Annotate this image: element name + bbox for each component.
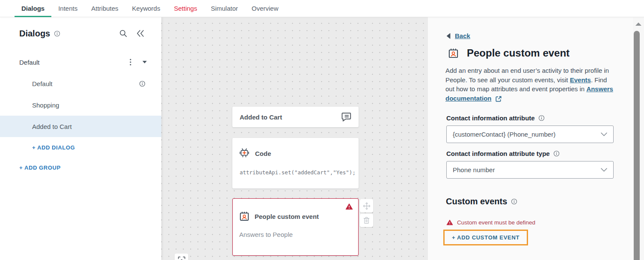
move-node-button[interactable] <box>360 199 373 212</box>
node-title: Code <box>255 150 271 157</box>
external-link-icon[interactable] <box>495 96 502 102</box>
caret-down-icon[interactable] <box>142 60 147 64</box>
events-link[interactable]: Events <box>570 76 591 84</box>
sidebar-item-label: Shopping <box>32 102 59 109</box>
fit-view-button[interactable] <box>175 254 188 260</box>
back-arrow-icon <box>446 33 451 39</box>
warning-icon <box>345 203 353 210</box>
back-button[interactable]: Back <box>446 32 470 39</box>
add-custom-event-button[interactable]: + ADD CUSTOM EVENT <box>443 230 528 245</box>
node-code[interactable]: Code attributeApi.set("addedCart","Yes")… <box>232 138 359 188</box>
tab-keywords[interactable]: Keywords <box>125 0 167 17</box>
move-icon <box>362 201 371 211</box>
tab-intents[interactable]: Intents <box>51 0 84 17</box>
panel-title: People custom event <box>467 47 570 59</box>
info-icon[interactable] <box>139 81 145 87</box>
flow-canvas[interactable]: Added to Cart Code attributeApi.set("add… <box>161 17 428 260</box>
add-dialog-button[interactable]: + ADD DIALOG <box>0 137 161 158</box>
panel-scrollbar[interactable] <box>633 17 644 260</box>
node-added-to-cart[interactable]: Added to Cart <box>232 107 359 127</box>
sidebar-item-shopping[interactable]: Shopping <box>0 94 161 116</box>
tab-overview[interactable]: Overview <box>245 0 285 17</box>
tab-simulator[interactable]: Simulator <box>204 0 245 17</box>
add-group-button[interactable]: + ADD GROUP <box>0 158 161 177</box>
kebab-menu-icon[interactable] <box>130 59 131 66</box>
sidebar-item-label: Default <box>32 80 53 87</box>
node-title: People custom event <box>255 213 319 220</box>
search-icon[interactable] <box>119 30 127 37</box>
info-icon[interactable] <box>511 198 517 205</box>
dialogs-sidebar: Dialogs Default Default Shopping Added t… <box>0 17 161 260</box>
contact-attribute-type-label: Contact information attribute type <box>446 150 550 157</box>
contact-attribute-label: Contact information attribute <box>446 114 535 122</box>
node-toolbar <box>360 199 373 227</box>
node-code-snippet: attributeApi.set("addedCart","Yes"); <box>240 169 352 176</box>
panel-description: Add an entry about an end user’s activit… <box>445 66 616 103</box>
chevron-down-icon <box>601 168 607 172</box>
custom-events-heading: Custom events <box>446 197 507 206</box>
back-label: Back <box>455 32 470 39</box>
code-robot-icon <box>238 147 250 159</box>
custom-event-error: Custom event must be defined <box>446 219 535 226</box>
chevron-down-icon <box>601 132 607 136</box>
contact-attribute-select[interactable]: {customerContact} (Phone_number) <box>446 126 614 143</box>
trash-icon <box>362 216 371 225</box>
info-icon[interactable] <box>553 150 560 157</box>
node-subtitle: Answers to People <box>239 231 351 238</box>
contact-attribute-type-value: Phone number <box>453 166 495 173</box>
collapse-sidebar-icon[interactable] <box>137 30 144 37</box>
dialog-group-name: Default <box>19 59 40 66</box>
error-message: Custom event must be defined <box>457 219 535 226</box>
node-people-custom-event[interactable]: People custom event Answers to People <box>232 198 359 256</box>
sidebar-item-default[interactable]: Default <box>0 73 161 94</box>
tab-settings[interactable]: Settings <box>167 0 204 17</box>
scrollbar-thumb[interactable] <box>634 31 640 260</box>
people-event-icon <box>239 211 250 222</box>
node-title: Added to Cart <box>240 114 341 121</box>
people-event-icon <box>448 48 459 59</box>
top-navigation: Dialogs Intents Attributes Keywords Sett… <box>0 0 644 17</box>
contact-attribute-value: {customerContact} (Phone_number) <box>453 131 555 138</box>
contact-attribute-type-select[interactable]: Phone number <box>446 161 614 179</box>
info-icon[interactable] <box>54 30 60 37</box>
tab-dialogs[interactable]: Dialogs <box>15 0 51 17</box>
warning-icon <box>446 219 453 226</box>
sidebar-item-added-to-cart[interactable]: Added to Cart <box>0 116 161 137</box>
tab-attributes[interactable]: Attributes <box>84 0 125 17</box>
scroll-up-icon[interactable] <box>635 22 642 26</box>
dialog-group-row[interactable]: Default <box>19 54 147 70</box>
fit-view-icon <box>178 256 186 260</box>
chat-icon <box>341 111 352 123</box>
info-icon[interactable] <box>538 115 545 121</box>
delete-node-button[interactable] <box>360 214 373 227</box>
sidebar-item-label: Added to Cart <box>32 123 72 130</box>
element-settings-panel: Back People custom event Add an entry ab… <box>428 17 644 260</box>
sidebar-title: Dialogs <box>19 29 50 39</box>
